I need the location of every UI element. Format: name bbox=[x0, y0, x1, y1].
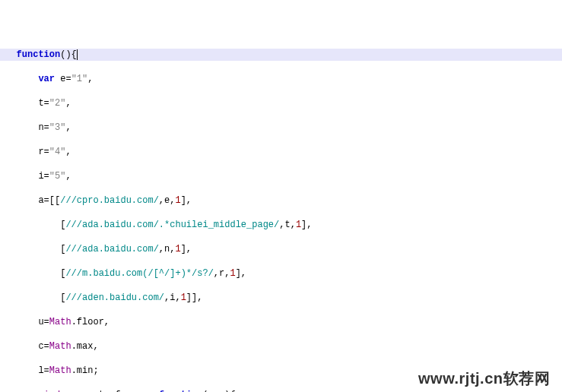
line-01-highlighted: function(){ bbox=[0, 49, 562, 61]
code: ], bbox=[301, 220, 312, 230]
code: ]], bbox=[186, 292, 203, 303]
code: ], bbox=[181, 195, 192, 206]
indent bbox=[0, 317, 38, 327]
code: , bbox=[65, 122, 71, 133]
code: l= bbox=[38, 365, 49, 376]
line-04: n="3", bbox=[0, 122, 562, 134]
obj-math: Math bbox=[49, 317, 71, 327]
code: n= bbox=[38, 122, 49, 133]
code: r= bbox=[38, 147, 49, 157]
indent bbox=[0, 147, 38, 157]
code: ,r, bbox=[214, 268, 230, 279]
code: ], bbox=[181, 244, 192, 254]
string: "5" bbox=[49, 171, 66, 182]
indent bbox=[0, 195, 38, 206]
code: c= bbox=[38, 341, 49, 352]
indent bbox=[0, 220, 60, 230]
number: 1 bbox=[175, 244, 180, 254]
string: "1" bbox=[71, 74, 88, 84]
regex: ///ada.baidu.com/.*chuilei_middle_page/ bbox=[65, 220, 279, 230]
code: t= bbox=[38, 98, 49, 109]
indent bbox=[0, 74, 38, 84]
code: ,e, bbox=[159, 195, 176, 206]
code: .max, bbox=[71, 341, 99, 352]
line-09: [///ada.baidu.com/,n,1], bbox=[0, 243, 562, 255]
string: "3" bbox=[49, 122, 66, 133]
code: ,t, bbox=[279, 220, 296, 230]
code: .min; bbox=[71, 365, 99, 376]
code: ,i, bbox=[164, 292, 181, 303]
obj-math: Math bbox=[49, 365, 71, 376]
code: , bbox=[87, 74, 93, 84]
regex: ///ada.baidu.com/ bbox=[65, 244, 158, 254]
line-07: a=[[///cpro.baidu.com/,e,1], bbox=[0, 194, 562, 207]
code: (){ bbox=[60, 49, 77, 60]
number: 1 bbox=[181, 292, 186, 303]
line-02: var e="1", bbox=[0, 73, 562, 85]
line-10: [///m.baidu.com(/[^/]+)*/s?/,r,1], bbox=[0, 267, 562, 280]
line-06: i="5", bbox=[0, 170, 562, 182]
string: "4" bbox=[49, 147, 66, 157]
number: 1 bbox=[175, 195, 180, 206]
watermark-text: www.rjtj.cn软荐网 bbox=[418, 372, 550, 384]
line-12: u=Math.floor, bbox=[0, 316, 562, 328]
indent bbox=[0, 365, 38, 376]
code: ,n, bbox=[159, 244, 176, 254]
regex: ///aden.baidu.com/ bbox=[65, 292, 164, 303]
line-03: t="2", bbox=[0, 97, 562, 109]
regex: ///m.baidu.com(/[^/]+)*/s?/ bbox=[65, 268, 213, 279]
indent bbox=[0, 98, 38, 109]
indent bbox=[0, 171, 38, 182]
code: , bbox=[65, 147, 71, 157]
line-13: c=Math.max, bbox=[0, 340, 562, 352]
indent bbox=[0, 244, 60, 254]
regex: ///cpro.baidu.com/ bbox=[60, 195, 159, 206]
indent bbox=[0, 49, 17, 60]
indent bbox=[0, 268, 60, 279]
code: , bbox=[65, 98, 71, 109]
code: i= bbox=[38, 171, 49, 182]
string: "2" bbox=[49, 98, 66, 109]
indent bbox=[0, 122, 38, 133]
kw-function: function bbox=[17, 49, 61, 60]
line-08: [///ada.baidu.com/.*chuilei_middle_page/… bbox=[0, 219, 562, 231]
kw-var: var bbox=[38, 74, 55, 84]
number: 1 bbox=[230, 268, 235, 279]
code: u= bbox=[38, 317, 49, 327]
line-05: r="4", bbox=[0, 146, 562, 158]
code: ], bbox=[236, 268, 246, 279]
line-11: [///aden.baidu.com/,i,1]], bbox=[0, 292, 562, 304]
text-cursor bbox=[77, 49, 78, 60]
code: a=[[ bbox=[38, 195, 60, 206]
indent bbox=[0, 341, 38, 352]
indent bbox=[0, 292, 60, 303]
code: , bbox=[65, 171, 71, 182]
line-15: window.__cstm_fns_gen=function(o,m){ bbox=[0, 389, 562, 392]
number: 1 bbox=[296, 220, 301, 230]
code: e= bbox=[55, 74, 71, 84]
code: .floor, bbox=[71, 317, 110, 327]
obj-math: Math bbox=[49, 341, 71, 352]
